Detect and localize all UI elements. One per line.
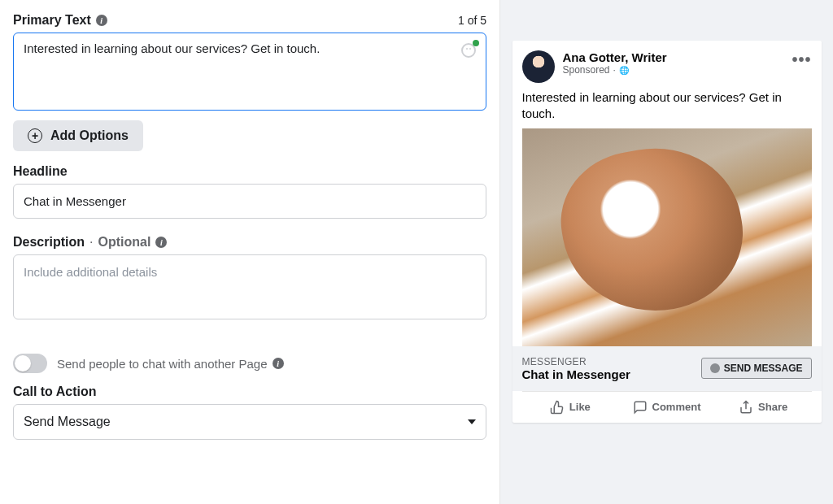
- cta-overline: MESSENGER: [522, 356, 630, 367]
- share-label: Share: [758, 401, 787, 413]
- info-icon[interactable]: i: [96, 15, 107, 26]
- headline-input[interactable]: [13, 184, 486, 219]
- like-button[interactable]: Like: [522, 392, 619, 423]
- primary-text-label-text: Primary Text: [13, 13, 91, 28]
- comment-label: Comment: [652, 401, 701, 413]
- ad-meta: Ana Gotter, Writer Sponsored · 🌐: [563, 50, 784, 76]
- share-icon: [739, 400, 753, 415]
- send-message-button[interactable]: SEND MESSAGE: [701, 358, 812, 379]
- like-icon: [550, 400, 565, 415]
- primary-text-header: Primary Text i 1 of 5: [13, 13, 486, 28]
- add-options-button[interactable]: + Add Options: [13, 120, 143, 151]
- ad-preview-card: Ana Gotter, Writer Sponsored · 🌐 ••• Int…: [512, 41, 822, 423]
- cta-headline: Chat in Messenger: [522, 367, 630, 381]
- plus-circle-icon: +: [28, 128, 42, 143]
- cta-text-block: MESSENGER Chat in Messenger: [522, 356, 630, 381]
- emoji-picker-button[interactable]: [460, 41, 478, 59]
- chat-page-toggle[interactable]: [13, 354, 47, 373]
- headline-label: Headline: [13, 164, 486, 179]
- headline-label-text: Headline: [13, 164, 68, 179]
- page-avatar[interactable]: [522, 50, 555, 83]
- ad-cta-bar: MESSENGER Chat in Messenger SEND MESSAGE: [512, 346, 822, 391]
- share-button[interactable]: Share: [715, 392, 812, 423]
- comment-icon: [633, 400, 648, 415]
- description-label: Description · Optional i: [13, 235, 486, 250]
- sponsored-label: Sponsored: [563, 64, 610, 76]
- chat-toggle-row: Send people to chat with another Page i: [13, 354, 486, 373]
- info-icon[interactable]: i: [273, 358, 284, 369]
- cta-button-label: SEND MESSAGE: [724, 363, 803, 374]
- like-label: Like: [569, 401, 591, 413]
- primary-text-label: Primary Text i: [13, 13, 107, 28]
- ad-creative-form: Primary Text i 1 of 5 + Add Options Head…: [0, 0, 500, 504]
- cta-label: Call to Action: [13, 385, 486, 399]
- active-dot-icon: [473, 40, 479, 46]
- messenger-icon: [710, 363, 720, 373]
- primary-text-input[interactable]: [24, 41, 453, 98]
- more-options-button[interactable]: •••: [792, 50, 811, 69]
- page-name[interactable]: Ana Gotter, Writer: [563, 50, 784, 64]
- globe-icon: 🌐: [619, 66, 629, 75]
- ad-body-text: Interested in learning about our service…: [512, 89, 822, 128]
- primary-text-counter: 1 of 5: [458, 14, 486, 27]
- cta-select[interactable]: Send Message: [13, 404, 486, 440]
- chat-toggle-text: Send people to chat with another Page: [57, 357, 268, 371]
- description-label-text: Description: [13, 235, 85, 250]
- cta-label-text: Call to Action: [13, 385, 97, 399]
- sponsored-row: Sponsored · 🌐: [563, 64, 784, 76]
- add-options-label: Add Options: [50, 128, 129, 143]
- ad-header: Ana Gotter, Writer Sponsored · 🌐 •••: [512, 41, 822, 89]
- chat-toggle-label: Send people to chat with another Page i: [57, 357, 284, 371]
- description-optional: Optional: [98, 235, 150, 250]
- description-input[interactable]: [13, 254, 486, 319]
- ad-preview-panel: Ana Gotter, Writer Sponsored · 🌐 ••• Int…: [500, 0, 833, 504]
- info-icon[interactable]: i: [155, 237, 167, 248]
- comment-button[interactable]: Comment: [618, 392, 715, 423]
- social-actions-bar: Like Comment Share: [522, 391, 812, 423]
- ad-image[interactable]: [522, 128, 812, 346]
- chevron-down-icon: [468, 419, 476, 424]
- cta-selected-value: Send Message: [24, 415, 111, 429]
- primary-text-field-wrap: [13, 33, 486, 111]
